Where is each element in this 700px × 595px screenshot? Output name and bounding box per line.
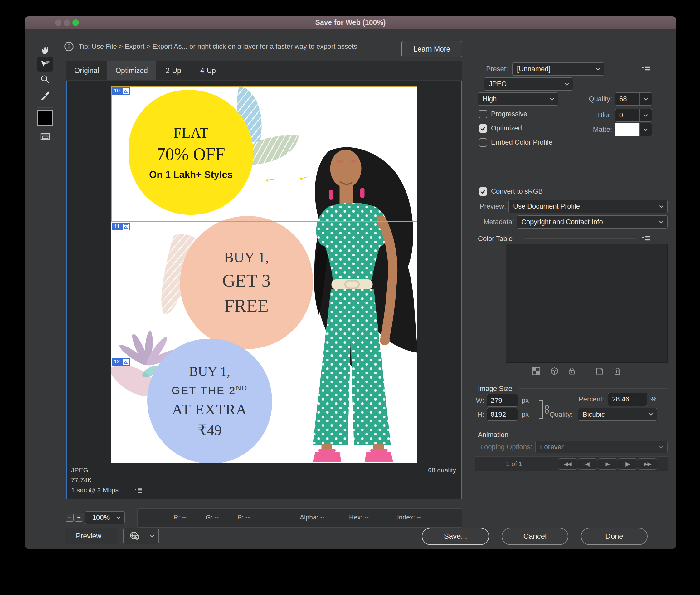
info-icon [64, 41, 74, 52]
slice-badge-10[interactable]: 10 [112, 87, 130, 94]
width-field[interactable]: 279 [487, 394, 518, 407]
preview-in-browser-button[interactable]: Preview... [65, 528, 118, 544]
eyedropper-tool[interactable] [39, 89, 52, 102]
chevron-down-icon [561, 83, 573, 86]
compression-select[interactable]: High [478, 92, 558, 106]
last-frame-button[interactable]: ▶▶ [638, 458, 657, 470]
looping-options-value: Forever [536, 443, 656, 451]
frame-counter: 1 of 1 [506, 460, 522, 468]
chevron-down-icon [656, 221, 667, 224]
chevron-down-icon [656, 446, 667, 449]
height-label: H: [474, 408, 484, 421]
slice-image-icon [122, 358, 130, 366]
animation-header-rule [518, 434, 668, 435]
progressive-checkbox[interactable] [479, 110, 487, 118]
preview-profile-select[interactable]: Use Document Profile [509, 200, 668, 213]
preview-profile-label: Preview: [450, 200, 506, 213]
browser-globe-icon[interactable]: ? [124, 528, 146, 544]
zoom-level-select[interactable]: 100% [85, 511, 125, 524]
promo2-line2: GET 3 [222, 270, 270, 291]
artboard-image[interactable]: FLAT 70% OFF On 1 Lakh+ Styles BUY 1, GE… [111, 86, 417, 463]
hand-tool[interactable] [39, 43, 52, 56]
height-field[interactable]: 8192 [487, 408, 518, 421]
width-value: 279 [487, 396, 518, 404]
tab-4up[interactable]: 4-Up [191, 61, 225, 80]
compression-value: High [478, 95, 546, 103]
chevron-down-icon [113, 516, 124, 519]
matte-label: Matte: [556, 123, 612, 136]
status-download-time: 1 sec @ 2 Mbps [71, 486, 119, 494]
resample-quality-label: Quality: [517, 408, 573, 421]
screen: Save for Web (100%) Tip: Use File > Expo… [0, 0, 700, 595]
save-button[interactable]: Save... [422, 528, 489, 545]
matte-color-select[interactable] [615, 123, 652, 136]
looping-options-select[interactable]: Forever [535, 441, 668, 453]
optimized-checkbox[interactable] [479, 124, 487, 133]
promo3-line2-superscript: ND [236, 384, 248, 392]
slice-image-icon [122, 223, 130, 230]
preview-profile-value: Use Document Profile [509, 202, 656, 210]
blur-stepper[interactable]: 0 [615, 109, 652, 122]
previous-frame-button[interactable]: ◀| [578, 458, 597, 470]
lock-color-icon[interactable] [568, 367, 576, 375]
learn-more-button[interactable]: Learn More [401, 41, 462, 57]
close-button[interactable] [55, 19, 61, 26]
delete-color-icon[interactable] [613, 367, 621, 375]
preset-label: Preset: [449, 62, 508, 76]
convert-srgb-checkbox[interactable] [479, 187, 487, 196]
tab-2up[interactable]: 2-Up [156, 61, 191, 80]
cancel-button[interactable]: Cancel [501, 528, 568, 545]
convert-srgb-label: Convert to sRGB [491, 187, 543, 196]
percent-value: 28.46 [608, 395, 647, 403]
color-table[interactable] [506, 244, 668, 363]
web-shift-cube-icon[interactable] [550, 367, 558, 375]
new-color-icon[interactable] [596, 367, 604, 375]
image-size-header: Image Size [478, 385, 512, 393]
promo2-line1: BUY 1, [224, 249, 269, 266]
slice-badge-11[interactable]: 11 [112, 223, 130, 230]
metadata-select[interactable]: Copyright and Contact Info [517, 216, 668, 228]
tab-original[interactable]: Original [66, 61, 107, 80]
slice-number: 12 [112, 358, 122, 366]
promo3-line3: AT EXTRA [172, 401, 247, 418]
done-button[interactable]: Done [581, 528, 648, 545]
chevron-down-icon [656, 205, 667, 208]
browser-select-split-button[interactable]: ? [123, 528, 159, 544]
tab-optimized[interactable]: Optimized [107, 61, 156, 80]
zoom-window-button[interactable] [72, 19, 79, 26]
format-select[interactable]: JPEG [484, 78, 573, 90]
transparency-dither-icon[interactable] [532, 367, 540, 375]
color-table-header-rule [524, 238, 636, 239]
preset-value: [Unnamed] [513, 65, 592, 73]
embed-color-profile-label: Embed Color Profile [491, 138, 552, 147]
next-frame-button[interactable]: |▶ [618, 458, 637, 470]
animation-frame-bar: 1 of 1 ◀◀ ◀| ▶ |▶ ▶▶ [475, 456, 668, 472]
percent-field[interactable]: 28.46 [608, 393, 647, 406]
embed-color-profile-checkbox[interactable] [479, 138, 487, 147]
slice-select-tool[interactable] [37, 57, 53, 72]
color-table-menu-icon[interactable] [641, 236, 650, 241]
svg-text:?: ? [136, 535, 138, 540]
slice-number: 11 [112, 223, 122, 230]
color-table-header: Color Table [478, 235, 513, 243]
zoom-out-button[interactable]: − [65, 513, 73, 522]
readout-alpha: Alpha: -- [300, 513, 325, 521]
preset-select[interactable]: [Unnamed] [512, 62, 604, 76]
blur-label: Blur: [556, 109, 612, 122]
play-button[interactable]: ▶ [598, 458, 617, 470]
zoom-tool[interactable] [39, 73, 52, 85]
status-menu-icon[interactable] [134, 488, 142, 492]
resample-quality-select[interactable]: Bicubic [578, 408, 657, 421]
first-frame-button[interactable]: ◀◀ [558, 458, 577, 470]
selected-slice-border[interactable] [111, 86, 417, 222]
chevron-down-icon[interactable] [146, 528, 158, 544]
slice-badge-12[interactable]: 12 [112, 358, 130, 366]
preset-panel-menu-icon[interactable] [641, 65, 650, 71]
color-readout-panel: R: -- G: -- B: -- Alpha: -- Hex: -- Inde… [137, 508, 462, 528]
toggle-slices-visibility-button[interactable] [37, 130, 53, 143]
color-swatch[interactable] [37, 110, 53, 126]
quality-stepper[interactable]: 68 [615, 92, 652, 106]
minimize-button[interactable] [64, 19, 70, 26]
readout-hex: Hex: -- [349, 513, 369, 521]
zoom-in-button[interactable]: + [75, 513, 83, 522]
